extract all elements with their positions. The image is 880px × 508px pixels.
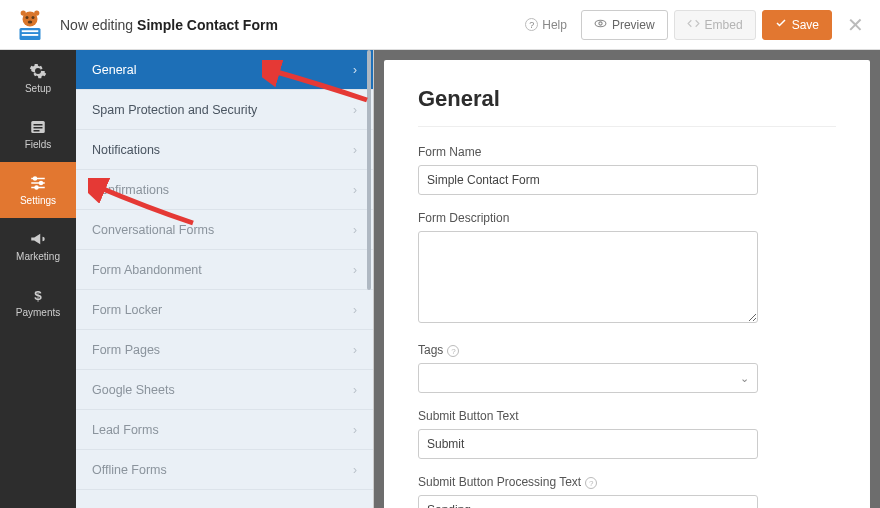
nav-item-payments[interactable]: $ Payments: [0, 274, 76, 330]
chevron-right-icon: ›: [353, 103, 357, 117]
dollar-icon: $: [29, 286, 47, 304]
nav-item-fields[interactable]: Fields: [0, 106, 76, 162]
check-icon: [775, 17, 787, 32]
nav-item-marketing[interactable]: Marketing: [0, 218, 76, 274]
svg-rect-14: [34, 130, 40, 132]
svg-point-10: [599, 21, 602, 24]
left-nav: Setup Fields Settings Marketing $ Paymen…: [0, 50, 76, 508]
code-icon: [687, 17, 700, 33]
main-area: General Form Name Form Description Tags?…: [374, 50, 880, 508]
app-body: Setup Fields Settings Marketing $ Paymen…: [0, 50, 880, 508]
submenu-item-abandonment[interactable]: Form Abandonment›: [76, 250, 373, 290]
help-icon: ?: [525, 18, 538, 31]
save-button[interactable]: Save: [762, 10, 832, 40]
settings-form: General Form Name Form Description Tags?…: [384, 60, 870, 508]
svg-rect-12: [34, 124, 43, 126]
svg-point-18: [34, 177, 37, 180]
help-link[interactable]: ? Help: [525, 18, 567, 32]
close-button[interactable]: ✕: [840, 13, 870, 37]
nav-label: Setup: [25, 83, 51, 94]
svg-point-3: [28, 20, 33, 23]
svg-point-4: [21, 10, 26, 15]
svg-point-5: [34, 10, 39, 15]
svg-rect-13: [34, 127, 43, 129]
nav-label: Marketing: [16, 251, 60, 262]
chevron-right-icon: ›: [353, 63, 357, 77]
nav-item-setup[interactable]: Setup: [0, 50, 76, 106]
megaphone-icon: [29, 230, 47, 248]
form-description-input[interactable]: [418, 231, 758, 323]
app-logo: [10, 5, 50, 45]
submit-processing-label: Submit Button Processing Text?: [418, 475, 836, 489]
sliders-icon: [29, 174, 47, 192]
divider: [418, 126, 836, 127]
submenu-scrollbar[interactable]: [367, 50, 371, 508]
nav-item-settings[interactable]: Settings: [0, 162, 76, 218]
submenu-item-confirmations[interactable]: Confirmations›: [76, 170, 373, 210]
chevron-right-icon: ›: [353, 463, 357, 477]
chevron-right-icon: ›: [353, 423, 357, 437]
nav-label: Fields: [25, 139, 52, 150]
submenu-item-pages[interactable]: Form Pages›: [76, 330, 373, 370]
submit-text-label: Submit Button Text: [418, 409, 836, 423]
chevron-down-icon: ⌄: [740, 372, 749, 385]
submenu-item-conversational[interactable]: Conversational Forms›: [76, 210, 373, 250]
nav-label: Settings: [20, 195, 56, 206]
submenu-item-locker[interactable]: Form Locker›: [76, 290, 373, 330]
form-description-label: Form Description: [418, 211, 836, 225]
svg-point-2: [32, 16, 35, 19]
nav-label: Payments: [16, 307, 60, 318]
submenu-item-lead-forms[interactable]: Lead Forms›: [76, 410, 373, 450]
page-title: Now editing Simple Contact Form: [60, 17, 525, 33]
embed-button[interactable]: Embed: [674, 10, 756, 40]
submenu-item-spam[interactable]: Spam Protection and Security›: [76, 90, 373, 130]
chevron-right-icon: ›: [353, 303, 357, 317]
panel-heading: General: [418, 86, 836, 112]
submit-text-input[interactable]: [418, 429, 758, 459]
top-bar: Now editing Simple Contact Form ? Help P…: [0, 0, 880, 50]
eye-icon: [594, 17, 607, 33]
svg-point-19: [40, 182, 43, 185]
submenu-item-google-sheets[interactable]: Google Sheets›: [76, 370, 373, 410]
chevron-right-icon: ›: [353, 143, 357, 157]
chevron-right-icon: ›: [353, 183, 357, 197]
form-name-input[interactable]: [418, 165, 758, 195]
svg-text:$: $: [34, 288, 42, 303]
chevron-right-icon: ›: [353, 383, 357, 397]
help-icon[interactable]: ?: [585, 477, 597, 489]
preview-button[interactable]: Preview: [581, 10, 668, 40]
close-icon: ✕: [847, 14, 864, 36]
tags-select[interactable]: ⌄: [418, 363, 758, 393]
chevron-right-icon: ›: [353, 223, 357, 237]
svg-point-9: [595, 20, 606, 27]
chevron-right-icon: ›: [353, 263, 357, 277]
svg-rect-7: [22, 30, 39, 32]
svg-point-20: [35, 186, 38, 189]
help-icon[interactable]: ?: [447, 345, 459, 357]
gear-icon: [29, 62, 47, 80]
svg-rect-8: [22, 34, 39, 36]
submenu-item-general[interactable]: General›: [76, 50, 373, 90]
submenu-item-offline-forms[interactable]: Offline Forms›: [76, 450, 373, 490]
submit-processing-input[interactable]: [418, 495, 758, 508]
chevron-right-icon: ›: [353, 343, 357, 357]
form-name-label: Form Name: [418, 145, 836, 159]
list-icon: [29, 118, 47, 136]
submenu-item-notifications[interactable]: Notifications›: [76, 130, 373, 170]
settings-submenu: General› Spam Protection and Security› N…: [76, 50, 374, 508]
tags-label: Tags?: [418, 343, 836, 357]
svg-point-1: [26, 16, 29, 19]
